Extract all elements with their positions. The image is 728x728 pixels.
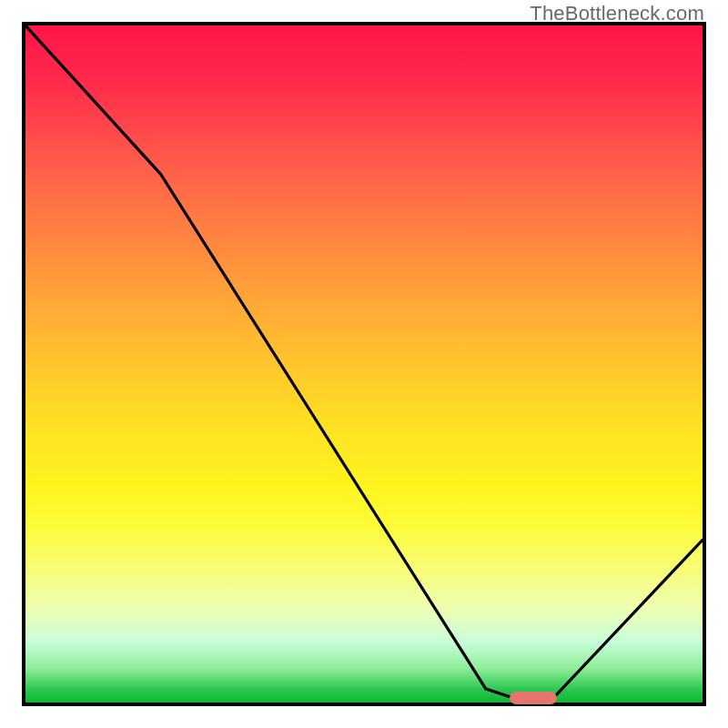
chart-curve-svg [25,25,703,703]
bottleneck-curve-path [25,25,703,698]
optimal-range-marker [510,692,558,704]
chart-frame [22,22,706,706]
